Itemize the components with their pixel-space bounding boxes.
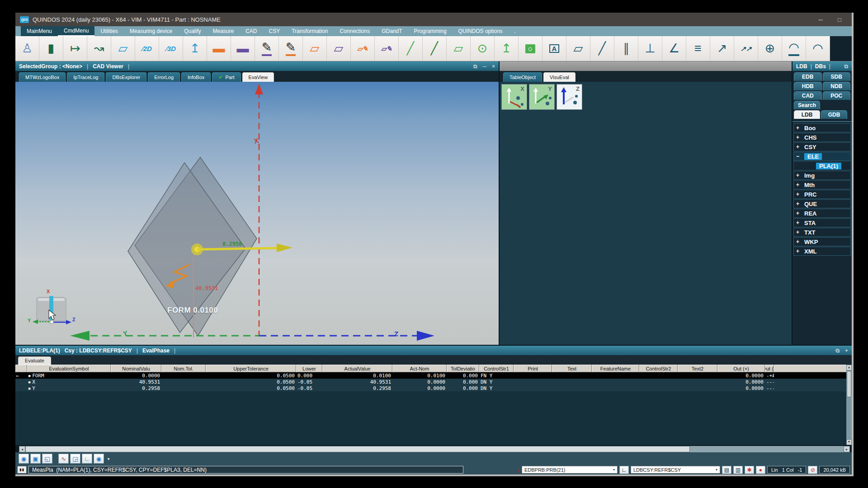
menu-item-cmdmenu[interactable]: CmdMenu: [58, 26, 94, 36]
panel-minimize-icon[interactable]: ─: [482, 63, 486, 70]
vector-point-blue-button[interactable]: ↥: [183, 36, 207, 61]
column-header-nom-tol[interactable]: Nom.Tol.: [161, 365, 206, 372]
column-header-lower[interactable]: Lower: [296, 365, 322, 372]
straightness-button[interactable]: ╱: [590, 36, 614, 61]
plane-orange-button[interactable]: ▱: [303, 36, 327, 61]
expand-icon[interactable]: +: [796, 172, 800, 178]
table-horizontal-scrollbar[interactable]: ◂ ▸: [19, 446, 850, 452]
menu-item-item[interactable]: .: [509, 26, 522, 36]
tree-item-mth[interactable]: +Mth: [793, 180, 851, 189]
report-preview-button[interactable]: ▤: [722, 466, 731, 474]
collapse-view-button[interactable]: ◲: [70, 454, 80, 464]
tree-item-sta[interactable]: +STA: [793, 218, 851, 227]
panel-restore-icon[interactable]: ⧉: [473, 63, 477, 70]
expand-icon[interactable]: +: [796, 125, 800, 131]
expand-icon[interactable]: −: [796, 153, 800, 160]
surface-profile-button[interactable]: ◠: [782, 36, 806, 61]
line-green-thick-button[interactable]: ╱: [399, 36, 423, 61]
menu-item-mainmenu[interactable]: MainMenu: [21, 26, 58, 36]
eval-plane-purple-button[interactable]: ▱✎: [375, 36, 399, 61]
view-x-button[interactable]: X: [501, 84, 527, 110]
scroll-left-icon[interactable]: ◂: [19, 446, 25, 452]
table-vertical-scrollbar[interactable]: ▴ ▾: [846, 365, 852, 445]
expand-icon[interactable]: +: [796, 229, 800, 235]
column-header-controlstr1[interactable]: ControlStr1: [479, 365, 514, 372]
tab-tableobject[interactable]: TableObject: [503, 72, 542, 82]
line-green-thin-button[interactable]: ╱: [423, 36, 447, 61]
csy-select-combo[interactable]: LDBCSY:REFR$CSY ▾: [631, 466, 720, 474]
panel-restore-icon[interactable]: ⧉: [835, 347, 840, 354]
tree-item-que[interactable]: +QUE: [793, 199, 851, 208]
db-button-sdb[interactable]: SDB: [823, 72, 851, 81]
tab-evaluate[interactable]: Evaluate: [18, 357, 51, 365]
perpendicularity-button[interactable]: ⊥: [638, 36, 662, 61]
line-profile-button[interactable]: ◠: [806, 36, 830, 61]
db-button-cad[interactable]: CAD: [794, 91, 822, 100]
tree-item-txt[interactable]: +TXT: [793, 228, 851, 237]
menu-item-measuring-device[interactable]: Measuring device: [124, 26, 178, 36]
position-button[interactable]: ⊕: [758, 36, 782, 61]
scroll-down-icon[interactable]: ▾: [846, 439, 852, 445]
panel-restore-icon[interactable]: ⧉: [844, 63, 848, 70]
symmetry-button[interactable]: ≡: [686, 36, 710, 61]
line-3d-button[interactable]: ∕3D: [159, 36, 183, 61]
command-input[interactable]: MeasPla (NAM=PLA(1), CSY=REFR$CSY, CPY=D…: [28, 466, 463, 474]
column-header-nominalvalu[interactable]: NominalValu: [111, 365, 161, 372]
tree-item-csy[interactable]: +CSY: [793, 142, 851, 151]
tree-item-xml[interactable]: +XML: [793, 247, 851, 256]
tree-item-chs[interactable]: +CHS: [793, 133, 851, 142]
line-purple-button[interactable]: ▬: [231, 36, 255, 61]
db-button-edb[interactable]: EDB: [794, 72, 822, 81]
column-header-controlstr2[interactable]: ControlStr2: [639, 365, 678, 372]
line-orange-button[interactable]: ▬: [207, 36, 231, 61]
column-header-actualvalue[interactable]: ActualValue: [322, 365, 392, 372]
column-header-print[interactable]: Print: [514, 365, 552, 372]
db-button-hdb[interactable]: HDB: [794, 82, 822, 90]
tab-evaview[interactable]: EvaView: [242, 72, 274, 82]
expand-icon[interactable]: +: [796, 144, 800, 150]
expand-icon[interactable]: +: [796, 182, 800, 188]
column-header-act-nom[interactable]: Act-Nom: [392, 365, 447, 372]
scrollbar-thumb[interactable]: [847, 371, 851, 397]
table-row-y[interactable]: ■Y0.29580.0500-0.050.29580.00000.000DN Y…: [15, 385, 852, 391]
db-tab-gdb[interactable]: GDB: [821, 110, 847, 119]
tab-iptracelog[interactable]: IpTraceLog: [67, 72, 104, 82]
column-header-text[interactable]: Text: [552, 365, 592, 372]
expand-icon[interactable]: +: [796, 248, 800, 254]
save-view-button[interactable]: ▣: [30, 454, 41, 464]
column-header-out[interactable]: Out (+): [717, 365, 765, 372]
ellipse-button[interactable]: ○: [519, 36, 542, 61]
panel-expand-icon[interactable]: +: [845, 347, 848, 354]
tree-item-ele[interactable]: −ELE: [793, 152, 851, 161]
datum-label-button[interactable]: A: [542, 36, 566, 61]
angularity-button[interactable]: ∠: [662, 36, 686, 61]
tab-mtwzlogobox[interactable]: MTWzLogoBox: [19, 72, 66, 82]
record-button[interactable]: ●: [756, 466, 765, 474]
line-2d-button[interactable]: ∕2D: [135, 36, 159, 61]
scan-path-button[interactable]: ↝: [87, 36, 111, 61]
menu-item-connections[interactable]: Connections: [334, 26, 376, 36]
menu-item-csy[interactable]: CSY: [263, 26, 286, 36]
tab-dbsexplorer[interactable]: DBsExplorer: [106, 72, 146, 82]
eval-line-purple-button[interactable]: ✎: [255, 36, 279, 61]
evaluation-graph-button[interactable]: ∿: [58, 454, 69, 464]
plane-purple-button[interactable]: ▱: [327, 36, 351, 61]
expand-icon[interactable]: +: [796, 220, 800, 226]
view-y-button[interactable]: Y: [529, 84, 555, 110]
menu-item-cad[interactable]: CAD: [240, 26, 263, 36]
report-print-button[interactable]: ▥: [733, 466, 743, 474]
csy-axes-button[interactable]: ∟: [619, 466, 629, 474]
measure-point-arrow-button[interactable]: ↦: [63, 36, 87, 61]
axes-graph-button[interactable]: ∟: [82, 454, 92, 464]
expand-icon[interactable]: +: [796, 210, 800, 216]
table-row-form[interactable]: ▻■FORM0.00000.05000.0000.01000.01000.000…: [15, 372, 852, 379]
tab-errorlog[interactable]: ErrorLog: [148, 72, 180, 82]
more-options-button[interactable]: ▾: [105, 454, 112, 464]
probe-person-button[interactable]: ♙: [15, 36, 39, 61]
db-button-poc[interactable]: POC: [823, 91, 851, 100]
menu-item-gdandt[interactable]: GDandT: [376, 26, 408, 36]
tree-item-wkp[interactable]: +WKP: [793, 237, 851, 246]
scroll-up-icon[interactable]: ▴: [846, 365, 852, 371]
tree-item-rea[interactable]: +REA: [793, 209, 851, 218]
menu-item-qualify[interactable]: Qualify: [178, 26, 207, 36]
